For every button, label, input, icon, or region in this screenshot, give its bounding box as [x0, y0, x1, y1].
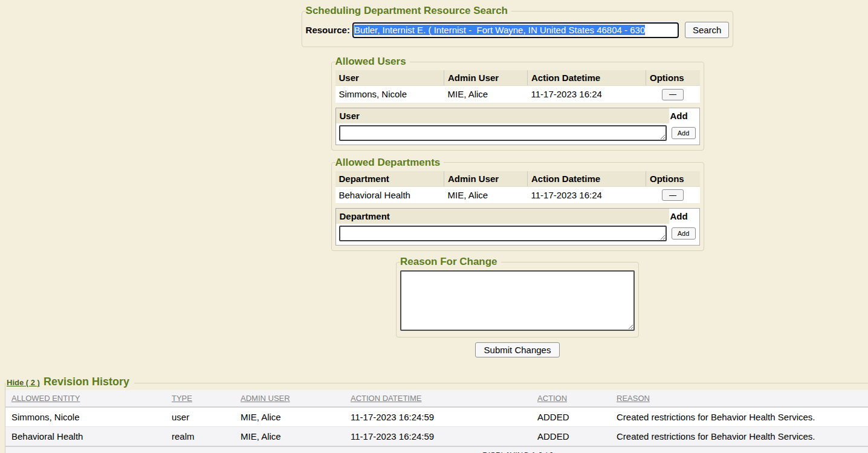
rev-cell-datetime: 11-17-2023 16:24:59 — [345, 407, 531, 427]
allowed-departments-header-admin: Admin User — [444, 171, 528, 187]
rev-header-action-link[interactable]: ACTION — [537, 394, 567, 403]
allowed-users-header-row: User Admin User Action Datetime Options — [335, 70, 700, 86]
resource-label: Resource: — [306, 25, 350, 35]
reason-textarea[interactable] — [400, 270, 635, 331]
allowed-users-row-datetime: 11-17-2023 16:24 — [528, 86, 646, 103]
allowed-users-row: Simmons, Nicole MIE, Alice 11-17-2023 16… — [335, 86, 700, 103]
remove-department-button[interactable]: — — [662, 189, 684, 201]
rev-header-type-link[interactable]: TYPE — [172, 394, 192, 403]
search-button[interactable]: Search — [685, 22, 730, 38]
resource-input[interactable]: Butler, Internist E. ( Internist - Fort … — [352, 22, 679, 38]
rev-header-admin-user: ADMIN USER — [235, 390, 345, 407]
allowed-departments-row-admin: MIE, Alice — [444, 186, 528, 204]
rev-header-action-datetime-link[interactable]: ACTION DATETIME — [351, 394, 421, 403]
rev-cell-admin: MIE, Alice — [235, 407, 345, 427]
rev-cell-type: user — [166, 407, 235, 427]
revision-history-title: Revision History — [44, 376, 129, 388]
resource-row: Resource: Butler, Internist E. ( Interni… — [306, 19, 730, 42]
allowed-departments-legend: Allowed Departments — [335, 157, 444, 169]
revision-history-header-row: ALLOWED ENTITY TYPE ADMIN USER ACTION DA… — [5, 390, 868, 407]
submit-row: Submit Changes — [0, 342, 868, 357]
allowed-users-header-datetime: Action Datetime — [528, 70, 646, 86]
revision-history-row: Behavioral Health realm MIE, Alice 11-17… — [5, 427, 868, 447]
allowed-departments-header-datetime: Action Datetime — [528, 171, 646, 187]
revision-history-footer-row: DISPLAYING 1-2 / 2 — [5, 446, 868, 453]
allowed-departments-row-department: Behavioral Health — [335, 186, 444, 204]
allowed-departments-row-datetime: 11-17-2023 16:24 — [528, 186, 646, 204]
resource-search-fieldset: Scheduling Department Resource Search Re… — [302, 5, 734, 47]
add-department-input[interactable] — [339, 226, 667, 241]
rev-header-type: TYPE — [166, 390, 235, 407]
rev-cell-action: ADDED — [531, 427, 611, 447]
revision-history-section: Hide ( 2 ) Revision History ALLOWED ENTI… — [5, 383, 868, 453]
rev-header-reason-link[interactable]: REASON — [617, 394, 650, 403]
rev-header-allowed-entity-link[interactable]: ALLOWED ENTITY — [11, 394, 80, 403]
add-user-header-label: User — [336, 108, 669, 123]
rev-cell-action: ADDED — [531, 407, 611, 427]
allowed-users-row-admin: MIE, Alice — [444, 86, 528, 103]
revision-history-legend-row: Hide ( 2 ) Revision History — [5, 376, 134, 388]
rev-header-action: ACTION — [531, 390, 611, 407]
revision-history-row: Simmons, Nicole user MIE, Alice 11-17-20… — [5, 407, 868, 427]
add-department-row: Add — [336, 224, 699, 241]
allowed-departments-header-department: Department — [335, 171, 444, 187]
rev-cell-entity: Behavioral Health — [5, 427, 166, 447]
submit-changes-button[interactable]: Submit Changes — [475, 342, 560, 357]
rev-header-admin-user-link[interactable]: ADMIN USER — [241, 394, 290, 403]
add-user-box: User Add Add — [335, 108, 700, 145]
allowed-users-row-user: Simmons, Nicole — [335, 86, 444, 103]
hide-link[interactable]: Hide ( 2 ) — [7, 378, 40, 387]
add-department-box: Department Add Add — [335, 208, 700, 246]
add-department-header-add: Add — [669, 209, 699, 224]
add-user-row: Add — [336, 123, 699, 141]
resource-input-selected-text: Butler, Internist E. ( Internist - Fort … — [354, 25, 645, 35]
displaying-count: DISPLAYING 1-2 / 2 — [5, 446, 868, 453]
resource-search-legend: Scheduling Department Resource Search — [306, 5, 511, 17]
allowed-departments-row: Behavioral Health MIE, Alice 11-17-2023 … — [335, 186, 700, 204]
allowed-departments-header-options: Options — [646, 171, 700, 187]
reason-for-change-legend: Reason For Change — [400, 256, 501, 268]
allowed-users-fieldset: Allowed Users User Admin User Action Dat… — [331, 56, 704, 151]
allowed-departments-header-row: Department Admin User Action Datetime Op… — [335, 171, 700, 187]
allowed-users-header-admin: Admin User — [444, 70, 528, 86]
allowed-users-table: User Admin User Action Datetime Options … — [335, 70, 700, 103]
revision-history-table: ALLOWED ENTITY TYPE ADMIN USER ACTION DA… — [5, 390, 868, 453]
rev-cell-reason: Created restrictions for Behavior Health… — [611, 407, 868, 427]
add-department-button[interactable]: Add — [672, 227, 696, 240]
allowed-users-header-user: User — [335, 70, 444, 86]
rev-header-reason: REASON — [611, 390, 868, 407]
allowed-users-header-options: Options — [646, 70, 700, 86]
add-user-input[interactable] — [339, 125, 667, 141]
allowed-departments-fieldset: Allowed Departments Department Admin Use… — [331, 157, 704, 252]
allowed-users-legend: Allowed Users — [335, 56, 410, 68]
add-user-button[interactable]: Add — [672, 127, 696, 139]
rev-cell-admin: MIE, Alice — [235, 427, 345, 447]
rev-header-allowed-entity: ALLOWED ENTITY — [5, 390, 166, 407]
add-user-box-header: User Add — [336, 108, 699, 123]
remove-user-button[interactable]: — — [662, 89, 684, 100]
allowed-departments-table: Department Admin User Action Datetime Op… — [335, 171, 700, 204]
page-root: Scheduling Department Resource Search Re… — [0, 5, 868, 453]
add-department-box-header: Department Add — [336, 209, 699, 224]
rev-cell-datetime: 11-17-2023 16:24:59 — [345, 427, 531, 447]
rev-cell-type: realm — [166, 427, 235, 447]
add-user-header-add: Add — [669, 108, 699, 123]
rev-cell-reason: Created restrictions for Behavior Health… — [611, 427, 868, 447]
add-department-header-label: Department — [336, 209, 669, 224]
rev-header-action-datetime: ACTION DATETIME — [345, 390, 531, 407]
reason-for-change-fieldset: Reason For Change — [396, 256, 639, 337]
rev-cell-entity: Simmons, Nicole — [5, 407, 166, 427]
